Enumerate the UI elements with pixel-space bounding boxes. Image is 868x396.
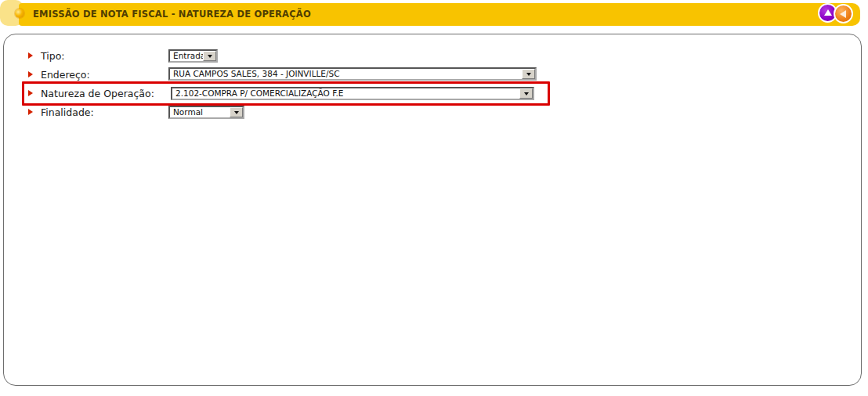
finalidade-select-value: Normal — [173, 107, 230, 117]
sphere-bullet-icon — [15, 9, 24, 18]
chevron-down-icon — [208, 55, 212, 58]
natureza-select[interactable]: 2.102-COMPRA P/ COMERCIALIZAÇÃO F.E — [171, 87, 534, 100]
dropdown-arrow-button[interactable] — [203, 51, 216, 61]
natureza-select-value: 2.102-COMPRA P/ COMERCIALIZAÇÃO F.E — [175, 88, 519, 99]
triangle-left-icon — [840, 10, 846, 18]
endereco-label: Endereço: — [41, 68, 90, 81]
finalidade-select[interactable]: Normal — [168, 106, 244, 119]
field-bullet-icon — [28, 71, 33, 77]
natureza-label: Natureza de Operação: — [41, 87, 154, 100]
chevron-down-icon — [524, 92, 529, 95]
dropdown-arrow-button[interactable] — [230, 107, 243, 117]
dropdown-arrow-button[interactable] — [519, 88, 533, 99]
field-bullet-icon — [28, 52, 33, 59]
endereco-select[interactable]: RUA CAMPOS SALES, 384 - JOINVILLE/SC — [168, 67, 537, 81]
field-bullet-icon — [28, 90, 33, 96]
tipo-select-value: Entrada — [173, 51, 203, 61]
chevron-down-icon — [526, 73, 531, 76]
field-bullet-icon — [28, 109, 33, 115]
endereco-select-value: RUA CAMPOS SALES, 384 - JOINVILLE/SC — [173, 69, 522, 79]
finalidade-label: Finalidade: — [41, 106, 94, 119]
tipo-select[interactable]: Entrada — [168, 49, 218, 63]
back-button[interactable] — [834, 4, 853, 23]
page-title: EMISSÃO DE NOTA FISCAL - NATUREZA DE OPE… — [33, 9, 311, 20]
dropdown-arrow-button[interactable] — [522, 69, 535, 79]
chevron-down-icon — [234, 111, 239, 114]
triangle-up-icon — [824, 9, 832, 16]
tipo-label: Tipo: — [41, 49, 65, 63]
